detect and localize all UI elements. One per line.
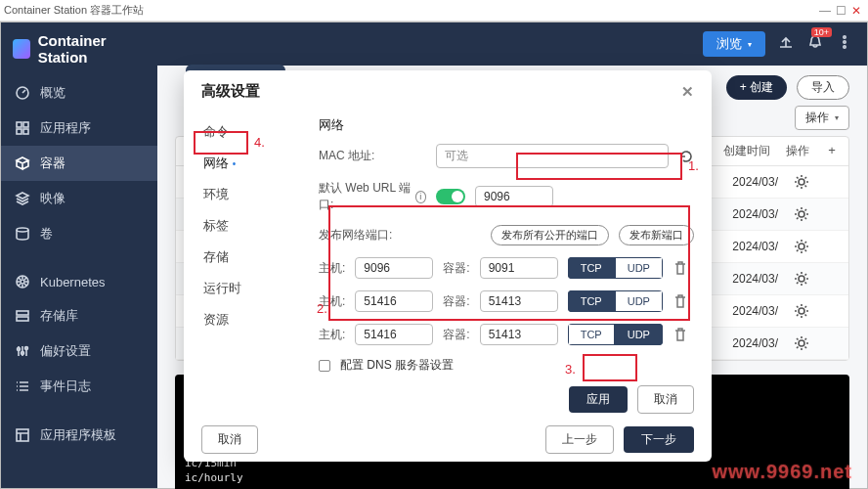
svg-point-18 [799,211,804,217]
svg-rect-13 [17,429,28,441]
svg-rect-8 [17,311,28,315]
chevron-down-icon: ▾ [835,113,839,122]
sidebar-item-volumes[interactable]: 卷 [1,216,157,251]
back-button[interactable]: 上一步 [545,425,614,454]
create-button[interactable]: + 创建 [726,75,787,100]
gear-icon[interactable] [794,206,809,222]
sidebar-item-containers[interactable]: 容器 [1,146,157,181]
gear-icon[interactable] [794,239,809,254]
dot-icon: • [233,158,237,169]
next-button[interactable]: 下一步 [624,426,694,453]
cube-icon [15,156,30,171]
modal-nav-command[interactable]: 命令 [184,116,301,148]
svg-point-20 [799,276,804,282]
host-port-input[interactable]: 51416 [355,290,433,312]
col-action: 操作 [786,143,809,159]
publish-new-button[interactable]: 发布新端口 [619,225,694,245]
modal-nav-runtime[interactable]: 运行时 [184,273,301,304]
apply-button[interactable]: 应用 [569,386,628,413]
svg-rect-4 [23,129,28,134]
svg-point-15 [844,41,846,43]
port-row: 主机: 51416 容器: 51413 TCPUDP [319,290,694,312]
window-max-button[interactable]: ☐ [833,4,848,18]
gear-icon[interactable] [794,303,809,319]
chevron-down-icon: ▾ [748,40,752,49]
operation-select[interactable]: 操作▾ [795,106,849,130]
advanced-settings-modal: 高级设置 ✕ 命令 网络 • 环境 标签 存储 运行时 资源 网络 MAC 地址… [184,70,712,462]
url-port-input[interactable]: 9096 [475,186,553,207]
trash-icon[interactable] [673,260,688,276]
info-icon[interactable]: i [415,191,427,203]
more-icon[interactable] [836,33,853,55]
gear-icon[interactable] [794,174,809,190]
grid-icon [15,120,30,136]
import-button[interactable]: 导入 [797,75,849,100]
modal-close-button[interactable]: ✕ [681,83,694,101]
modal-main: 网络 MAC 地址: 可选 默认 Web URL 端口:i 9096 发布网络端… [301,112,712,414]
sidebar-item-kubernetes[interactable]: Kubernetes [1,265,157,298]
svg-point-17 [799,179,804,185]
sidebar-item-images[interactable]: 映像 [1,181,157,216]
modal-nav-network[interactable]: 网络 • [184,148,301,179]
add-column-button[interactable]: + [825,143,839,156]
dns-checkbox[interactable] [319,360,330,372]
sidebar-item-events[interactable]: 事件日志 [1,369,157,404]
brand-logo-icon [13,39,30,59]
publish-all-button[interactable]: 发布所有公开的端口 [491,225,609,245]
os-titlebar: Container Station 容器工作站 — ☐ ✕ [0,0,868,22]
svg-point-14 [844,36,846,38]
sidebar-item-overview[interactable]: 概览 [1,75,157,111]
gear-icon[interactable] [794,335,809,351]
sidebar-item-apps[interactable]: 应用程序 [1,111,157,146]
sidebar-item-preferences[interactable]: 偏好设置 [1,333,157,369]
port-row: 主机: 9096 容器: 9091 TCPUDP [319,257,694,279]
modal-footer: 取消 上一步 下一步 [184,418,712,462]
list-icon [15,378,30,394]
modal-nav-labels[interactable]: 标签 [184,210,301,242]
layers-icon [15,191,30,206]
modal-nav-storage[interactable]: 存储 [184,242,301,273]
notif-badge: 10+ [811,27,832,37]
col-created: 创建时间 [723,143,770,159]
modal-title: 高级设置 [201,82,260,101]
sliders-icon [15,343,30,359]
protocol-toggle[interactable]: TCPUDP [568,290,663,312]
modal-nav-env[interactable]: 环境 [184,179,301,210]
server-icon [15,308,30,324]
container-port-input[interactable]: 9091 [480,257,558,279]
trash-icon[interactable] [673,293,688,309]
container-port-input[interactable]: 51413 [480,290,558,312]
mac-input[interactable]: 可选 [436,144,669,168]
svg-point-7 [21,280,24,284]
svg-point-16 [844,46,846,48]
modal-nav-resources[interactable]: 资源 [184,304,301,335]
trash-icon[interactable] [673,327,688,342]
browse-button[interactable]: 浏览▾ [703,31,765,57]
container-port-input[interactable]: 51413 [480,324,558,345]
template-icon [15,427,30,443]
host-port-input[interactable]: 9096 [355,257,433,279]
gauge-icon [15,85,30,101]
sidebar-item-repos[interactable]: 存储库 [1,298,157,333]
bell-icon[interactable]: 10+ [806,33,824,55]
gear-icon[interactable] [794,271,809,287]
svg-rect-9 [17,317,28,321]
port-row: 主机: 51416 容器: 51413 TCPUDP [319,324,694,345]
window-min-button[interactable]: — [817,4,833,18]
upload-icon[interactable] [777,33,795,55]
host-port-input[interactable]: 51416 [355,324,433,345]
protocol-toggle[interactable]: TCPUDP [568,257,663,279]
svg-point-22 [799,340,804,346]
sidebar-item-templates[interactable]: 应用程序模板 [1,418,157,453]
modal-nav: 命令 网络 • 环境 标签 存储 运行时 资源 [184,112,301,414]
window-close-button[interactable]: ✕ [848,4,864,18]
protocol-toggle[interactable]: TCPUDP [568,324,663,345]
modal-header: 高级设置 ✕ [184,70,712,112]
refresh-icon[interactable] [678,149,694,164]
modal-cancel-button[interactable]: 取消 [637,385,694,414]
mac-label: MAC 地址: [319,148,426,164]
outer-cancel-button[interactable]: 取消 [201,425,258,454]
svg-rect-3 [17,129,22,134]
publish-label: 发布网络端口: [319,227,426,244]
url-port-toggle[interactable] [436,189,465,204]
